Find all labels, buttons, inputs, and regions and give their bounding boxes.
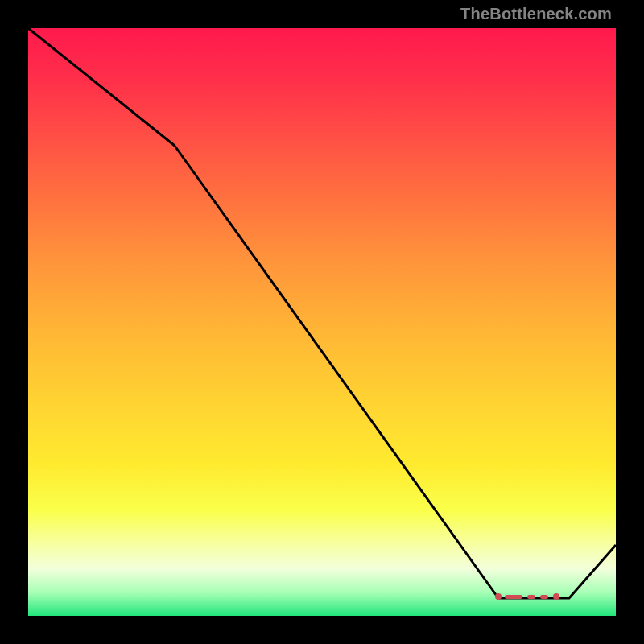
line-chart-svg <box>28 28 616 616</box>
chart-frame: TheBottleneck.com <box>0 0 644 644</box>
curve-path <box>28 28 616 598</box>
plot-area <box>28 28 616 616</box>
marker-dash <box>540 595 548 599</box>
marker-dash <box>527 595 535 599</box>
valley-marker <box>28 594 616 599</box>
marker-dash <box>505 595 522 599</box>
watermark-text: TheBottleneck.com <box>460 5 612 23</box>
marker-dot-icon <box>495 593 502 600</box>
marker-dot-icon <box>553 593 559 600</box>
